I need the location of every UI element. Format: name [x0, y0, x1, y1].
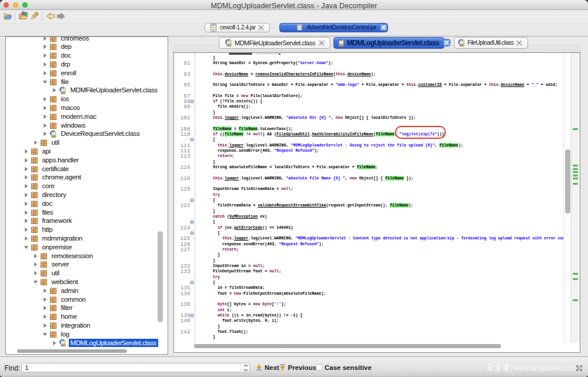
svg-text:010: 010 [62, 91, 65, 94]
svg-text:010: 010 [62, 343, 65, 346]
svg-text:010: 010 [52, 135, 55, 137]
svg-text:010: 010 [228, 44, 230, 46]
svg-text:010: 010 [461, 44, 464, 46]
